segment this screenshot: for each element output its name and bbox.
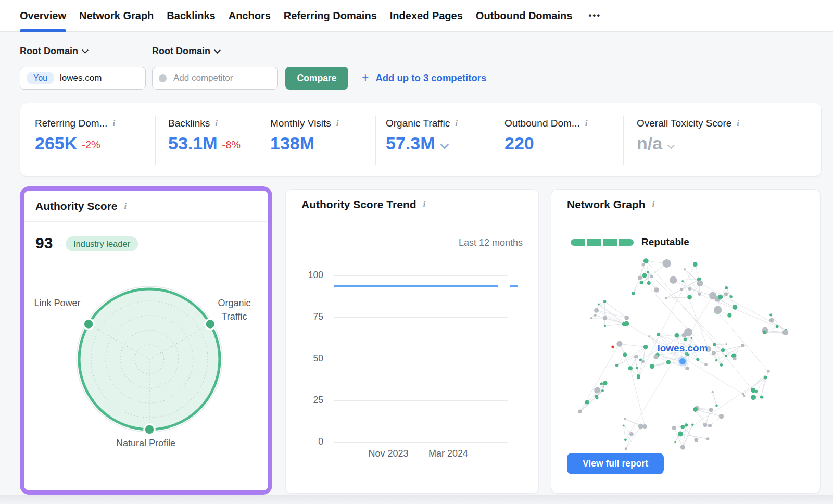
network-node <box>628 366 633 370</box>
network-node <box>670 276 677 284</box>
network-node <box>680 445 685 449</box>
info-icon[interactable]: i <box>336 118 339 129</box>
network-node <box>715 359 717 361</box>
network-node <box>598 303 600 305</box>
network-node <box>585 400 589 404</box>
tab-referring-domains[interactable]: Referring Domains <box>284 0 377 32</box>
metric-value: 57.3M <box>386 134 435 152</box>
metric-toxicity-score: Overall Toxicity Scorei n/a <box>637 118 739 152</box>
root-domain-selector-competitor[interactable]: Root Domain <box>152 46 220 57</box>
gridline <box>334 359 508 359</box>
divider <box>623 116 624 165</box>
network-node <box>643 258 649 263</box>
y-axis-tick: 0 <box>293 436 323 447</box>
divider <box>375 116 376 165</box>
network-node <box>595 395 598 398</box>
network-node <box>674 441 676 443</box>
network-node <box>685 423 688 427</box>
network-node <box>639 358 642 361</box>
network-node <box>657 333 661 336</box>
network-node <box>624 438 627 441</box>
network-node <box>638 275 642 280</box>
network-node <box>680 425 685 429</box>
x-axis-tick: Nov 2023 <box>357 448 420 459</box>
metric-delta: -2% <box>82 139 100 151</box>
compare-button[interactable]: Compare <box>285 67 348 90</box>
meter-segment <box>587 239 601 246</box>
you-domain-input[interactable]: You lowes.com <box>20 67 146 90</box>
competitor-input[interactable] <box>172 72 258 84</box>
tab-anchors[interactable]: Anchors <box>229 0 271 32</box>
info-icon[interactable]: i <box>124 201 127 211</box>
chevron-down-icon <box>440 141 449 149</box>
network-node <box>653 354 658 359</box>
info-icon[interactable]: i <box>737 118 739 129</box>
radar-axis-organic-traffic: Organic Traffic <box>208 296 260 323</box>
tab-backlinks[interactable]: Backlinks <box>167 0 215 32</box>
toxicity-dropdown[interactable]: n/a <box>637 134 739 152</box>
network-node <box>729 295 733 298</box>
network-node <box>696 358 699 361</box>
network-node <box>637 374 640 377</box>
tab-overview[interactable]: Overview <box>20 0 66 32</box>
network-node <box>714 306 722 314</box>
authority-score-card: Authority Score i 93 Industry leader <box>20 186 272 495</box>
root-domain-selector-you[interactable]: Root Domain <box>20 46 87 57</box>
add-competitors-link[interactable]: + Add up to 3 competitors <box>362 67 486 90</box>
competitor-input-box[interactable] <box>152 67 278 90</box>
network-node <box>720 363 723 367</box>
meter-segment <box>603 239 617 246</box>
competitor-dot-icon <box>159 74 167 82</box>
trend-line <box>334 285 498 287</box>
tab-network-graph[interactable]: Network Graph <box>79 0 154 32</box>
view-full-report-button[interactable]: View full report <box>567 453 664 474</box>
info-icon[interactable]: i <box>112 118 115 129</box>
network-node <box>665 297 667 299</box>
network-node <box>629 432 633 436</box>
network-node <box>666 360 671 364</box>
network-node <box>719 414 724 419</box>
network-node <box>672 426 676 431</box>
chevron-down-icon <box>82 47 89 54</box>
active-tab-underline <box>20 29 66 32</box>
network-node <box>704 363 708 366</box>
network-node <box>624 418 626 421</box>
info-icon[interactable]: i <box>585 118 588 129</box>
organic-traffic-dropdown[interactable]: 57.3M <box>386 134 458 152</box>
metric-referring-domains: Referring Dom...i 265K-2% <box>35 118 115 152</box>
gridline <box>334 400 508 401</box>
network-node <box>693 407 698 412</box>
network-graph-card: Network Graph i Reputable lowes.com View… <box>551 189 821 494</box>
tab-indexed-pages[interactable]: Indexed Pages <box>390 0 463 32</box>
tab-label: Overview <box>20 10 66 22</box>
divider <box>155 116 156 165</box>
metric-backlinks: Backlinksi 53.1M-8% <box>168 118 241 152</box>
tab-outbound-domains[interactable]: Outbound Domains <box>476 0 573 32</box>
network-node-center <box>679 358 687 366</box>
more-tabs-icon[interactable]: ••• <box>585 0 601 32</box>
network-graph-visualization[interactable] <box>551 190 821 494</box>
network-node <box>708 424 712 427</box>
backlink-analytics-page: Overview Network Graph Backlinks Anchors… <box>0 0 833 504</box>
network-node <box>725 286 728 289</box>
network-node <box>715 405 718 407</box>
network-node <box>685 367 689 370</box>
authority-score-trend-card: Authority Score Trend i Last 12 months 1… <box>285 189 539 494</box>
network-node <box>675 333 679 338</box>
network-node <box>760 396 762 399</box>
network-node <box>769 318 774 323</box>
network-node <box>688 287 692 291</box>
network-node <box>776 325 779 328</box>
card-title: Authority Score <box>35 200 118 212</box>
network-node <box>687 295 692 299</box>
network-node <box>684 337 687 341</box>
metric-value: 220 <box>504 134 534 152</box>
network-node <box>641 360 645 363</box>
x-axis-tick: Mar 2024 <box>417 448 479 459</box>
reputation-meter: Reputable <box>571 236 689 248</box>
info-icon[interactable]: i <box>215 118 218 129</box>
network-node <box>625 447 628 450</box>
network-node <box>763 375 767 379</box>
info-icon[interactable]: i <box>455 118 458 129</box>
radar-axis-link-power: Link Power <box>31 296 83 310</box>
